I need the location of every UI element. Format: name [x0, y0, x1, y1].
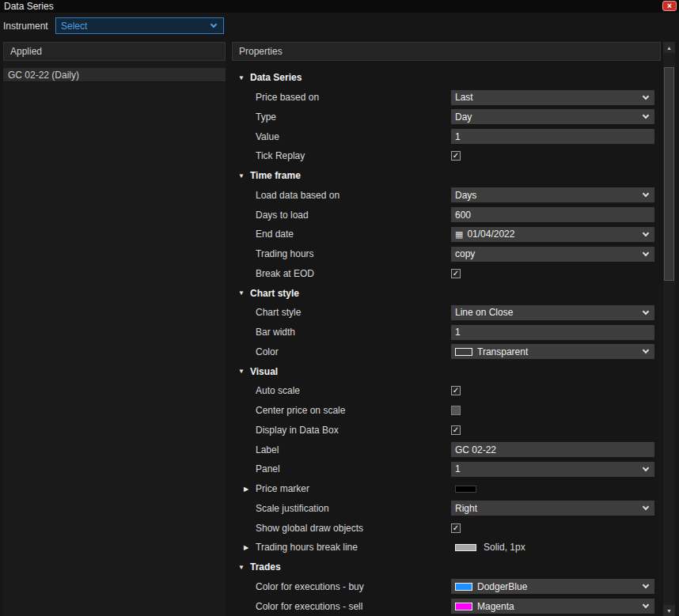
type-dropdown[interactable]: Day: [451, 109, 654, 124]
property-row-tick-replay: Tick Replay✓: [232, 146, 661, 166]
trading-hours-value: copy: [455, 248, 475, 259]
property-label-text: Trading hours: [256, 248, 314, 259]
expand-arrow-icon[interactable]: ▶: [244, 486, 248, 493]
value-input[interactable]: [455, 131, 651, 142]
property-row-days-to-load: Days to load: [232, 205, 661, 225]
applied-list: GC 02-22 (Daily): [3, 68, 226, 82]
chevron-down-icon: [643, 582, 649, 588]
chevron-down-icon: [643, 93, 649, 99]
category-chart-style[interactable]: ▼Chart style: [232, 283, 661, 303]
panel-dropdown[interactable]: 1: [451, 462, 654, 477]
color-for-executions-sell-value: Magenta: [477, 601, 514, 612]
property-row-color-for-executions-buy: Color for executions - buyDodgerBlue: [232, 577, 661, 597]
chevron-down-icon: [643, 465, 649, 471]
chart-style-dropdown[interactable]: Line on Close: [451, 305, 654, 320]
chevron-down-icon: [643, 249, 649, 255]
property-row-center-price-on-scale: Center price on scale: [232, 401, 661, 421]
tick-replay-checkbox[interactable]: ✓: [451, 151, 461, 161]
property-row-type: TypeDay: [232, 108, 661, 127]
property-label-text: End date: [256, 229, 294, 240]
close-button[interactable]: ×: [662, 1, 677, 11]
scrollbar-thumb[interactable]: [664, 67, 674, 281]
expand-arrow-icon[interactable]: ▶: [244, 544, 248, 551]
chevron-down-icon: [643, 230, 649, 236]
label-input[interactable]: [455, 444, 651, 455]
scroll-up-button[interactable]: ▲: [663, 42, 675, 53]
value-cell: ▦01/04/2022: [451, 227, 661, 242]
collapse-arrow-icon: ▼: [238, 172, 250, 180]
applied-item-gc-02-22-daily[interactable]: GC 02-22 (Daily): [3, 68, 226, 82]
property-row-load-data-based-on: Load data based onDays: [232, 186, 661, 206]
instrument-label: Instrument: [3, 21, 55, 32]
property-label-color-for-executions-buy: Color for executions - buy: [232, 581, 451, 592]
property-label-load-data-based-on: Load data based on: [232, 190, 451, 201]
chevron-down-icon: [643, 308, 649, 315]
property-grid: ▼Data SeriesPrice based onLastTypeDayVal…: [232, 68, 661, 616]
category-data-series[interactable]: ▼Data Series: [232, 68, 661, 88]
scale-justification-dropdown[interactable]: Right: [451, 501, 654, 516]
instrument-row: Instrument Select: [3, 17, 224, 34]
property-label-end-date: End date: [232, 229, 451, 240]
auto-scale-checkbox[interactable]: ✓: [451, 386, 461, 395]
instrument-select[interactable]: Select: [55, 17, 224, 34]
price-marker-swatch[interactable]: [455, 486, 476, 493]
color-for-executions-buy-dropdown[interactable]: DodgerBlue: [451, 579, 654, 594]
color-value: Transparent: [477, 346, 528, 357]
value-cell: [451, 129, 661, 144]
property-label-chart-style: Chart style: [232, 307, 451, 318]
days-to-load-field: [451, 207, 654, 222]
property-row-show-global-draw-objects: Show global draw objects✓: [232, 518, 661, 538]
break-at-eod-checkbox[interactable]: ✓: [451, 269, 461, 278]
color-swatch: [455, 603, 472, 610]
property-label-price-marker: ▶Price marker: [232, 483, 451, 494]
scroll-up-icon: ▲: [666, 45, 672, 51]
property-row-scale-justification: Scale justificationRight: [232, 499, 661, 519]
category-time-frame[interactable]: ▼Time frame: [232, 166, 661, 186]
check-icon: ✓: [453, 387, 459, 395]
end-date-dropdown[interactable]: ▦01/04/2022: [451, 227, 654, 242]
scroll-down-button[interactable]: ▼: [663, 605, 675, 616]
category-trades[interactable]: ▼Trades: [232, 557, 661, 577]
property-row-display-in-data-box: Display in Data Box✓: [232, 421, 661, 440]
collapse-arrow-icon: ▼: [238, 74, 250, 81]
center-price-on-scale-checkbox[interactable]: [451, 406, 461, 415]
category-visual[interactable]: ▼Visual: [232, 361, 661, 381]
property-row-price-based-on: Price based onLast: [232, 88, 661, 108]
end-date-value: 01/04/2022: [467, 229, 514, 240]
property-row-trading-hours: Trading hourscopy: [232, 244, 661, 264]
property-label-text: Bar width: [256, 327, 295, 338]
days-to-load-input[interactable]: [455, 210, 651, 221]
display-in-data-box-checkbox[interactable]: ✓: [451, 425, 461, 435]
value-cell: Solid, 1px: [451, 542, 661, 553]
property-label-type: Type: [232, 111, 451, 123]
property-label-text: Color for executions - buy: [256, 581, 364, 592]
chevron-down-icon: [643, 504, 649, 510]
value-cell: ✓: [451, 425, 661, 435]
property-label-text: Center price on scale: [256, 405, 345, 416]
property-row-end-date: End date▦01/04/2022: [232, 225, 661, 244]
value-field: [451, 129, 654, 144]
load-data-based-on-dropdown[interactable]: Days: [451, 187, 654, 202]
color-for-executions-sell-dropdown[interactable]: Magenta: [451, 599, 654, 614]
value-cell: Transparent: [451, 344, 661, 359]
property-label-text: Show global draw objects: [256, 523, 363, 534]
property-label-auto-scale: Auto scale: [232, 385, 451, 396]
property-label-bar-width: Bar width: [232, 327, 451, 338]
bar-width-input[interactable]: [455, 327, 651, 338]
color-dropdown[interactable]: Transparent: [451, 344, 654, 359]
trading-hours-dropdown[interactable]: copy: [451, 247, 654, 262]
value-cell: Last: [451, 90, 661, 105]
chevron-down-icon: [211, 21, 217, 28]
category-label: Time frame: [250, 170, 301, 181]
value-cell: [451, 207, 661, 222]
applied-panel: Applied GC 02-22 (Daily): [3, 42, 226, 616]
value-cell: Right: [451, 501, 661, 516]
property-row-break-at-eod: Break at EOD✓: [232, 264, 661, 284]
price-based-on-dropdown[interactable]: Last: [451, 90, 654, 105]
property-row-chart-style: Chart styleLine on Close: [232, 303, 661, 323]
show-global-draw-objects-checkbox[interactable]: ✓: [451, 523, 461, 533]
trading-hours-break-line-swatch[interactable]: [455, 544, 476, 551]
value-cell: ✓: [451, 386, 661, 395]
scrollbar[interactable]: ▲ ▼: [663, 42, 675, 616]
property-label-price-based-on: Price based on: [232, 92, 451, 103]
